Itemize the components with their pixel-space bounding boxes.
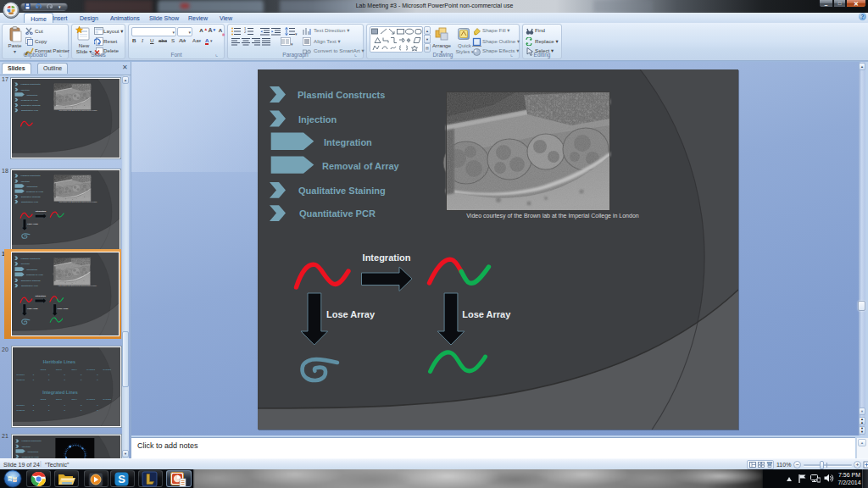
svg-text:2: 2: [244, 30, 247, 34]
svg-text:S: S: [118, 473, 125, 485]
